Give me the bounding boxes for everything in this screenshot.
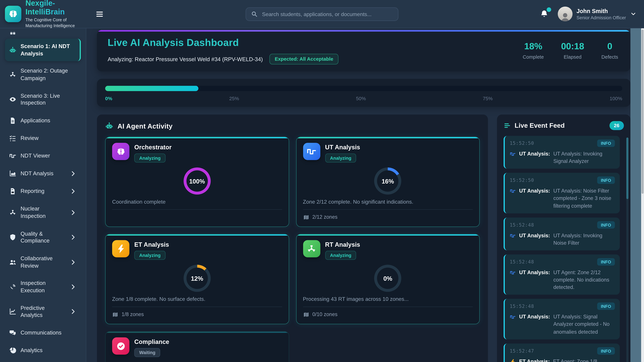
avatar (558, 6, 572, 21)
agent-card-orchestrator: Orchestrator Analyzing 100%Coordination … (105, 137, 289, 227)
agent-progress-ring: 100% (184, 167, 211, 195)
agent-zones: 1/8 zones (112, 307, 282, 318)
progress-tick: 75% (483, 96, 493, 101)
agent-description: Zone 1/8 complete. No surface defects. (112, 296, 282, 302)
feed-event[interactable]: 15:52:50 INFO UT Analysis: UT Analysis: … (504, 136, 620, 169)
sidebar-item-label: Communications (20, 329, 77, 336)
sidebar-item-ndt-viewer[interactable]: NDT Viewer (5, 148, 81, 164)
brand-tagline: The Cognitive Core of Manufacturing Inte… (26, 17, 81, 29)
agent-card-compliance: Compliance Waiting (105, 331, 289, 362)
sidebar-item-applications[interactable]: Applications (5, 113, 81, 129)
page-title: Live AI Analysis Dashboard (108, 37, 338, 48)
notifications-button[interactable] (539, 8, 550, 19)
dashboard-header-card: Live AI Analysis Dashboard Analyzing: Re… (97, 30, 630, 71)
feed-event[interactable]: 15:52:48 INFO UT Analysis: UT Analysis: … (504, 299, 620, 339)
feed-scrollbar[interactable] (626, 137, 628, 362)
agent-zones: 2/12 zones (303, 209, 473, 221)
sidebar-item-label: Analytics (20, 347, 77, 354)
sidebar-item-reporting[interactable]: Reporting (5, 184, 81, 199)
radiation-icon (9, 71, 16, 78)
sidebar-item-nuclear-inspection[interactable]: Nuclear Inspection (5, 201, 81, 224)
chevron-right-icon (70, 234, 77, 241)
sidebar-item-label: Collaborative Review (20, 255, 65, 270)
event-level-badge: INFO (597, 347, 615, 355)
agents-panel: AI Agent Activity Orchestrator Analyzing… (97, 114, 488, 362)
map-icon (303, 214, 309, 220)
page-scrollbar[interactable] (641, 28, 644, 362)
brand-name: Nexgile-IntelliBrain (26, 0, 81, 16)
waveform-icon (9, 152, 16, 160)
agent-card-ut-analysis: UT Analysis Analyzing 16%Zone 2/12 compl… (296, 137, 480, 227)
people-icon (9, 258, 16, 266)
robot-icon (9, 46, 16, 54)
brain-icon (112, 143, 130, 160)
agent-card-rt-analysis: RT Analysis Analyzing 0%Processing 43 RT… (296, 234, 480, 324)
radiation-icon (9, 209, 16, 216)
stat-value: 00:18 (561, 41, 584, 51)
feed-scrollbar-thumb[interactable] (626, 137, 628, 199)
event-level-badge: INFO (597, 140, 615, 147)
chevron-right-icon (70, 188, 77, 195)
sidebar-item-review[interactable]: Review (5, 131, 81, 146)
progress-tick: 50% (356, 96, 366, 101)
search-box[interactable] (246, 7, 398, 21)
sidebar-item-scenario-3-live-inspection[interactable]: Scenario 3: Live Inspection (5, 88, 81, 111)
event-timestamp: 15:52:50 (510, 140, 534, 146)
sidebar-item-predictive-analytics[interactable]: Predictive Analytics (5, 300, 81, 323)
sidebar-item-inspection-execution[interactable]: Inspection Execution (5, 276, 81, 298)
agent-progress-ring: 16% (374, 167, 402, 195)
radiation-icon (303, 240, 320, 257)
event-message: UT Analysis: Noise Filter completed - Zo… (553, 187, 615, 210)
brain-icon (8, 8, 18, 19)
feed-event[interactable]: 15:52:48 INFO UT Analysis: UT Agent: Zon… (504, 254, 620, 295)
checklist-icon (9, 135, 16, 142)
waveform-icon (510, 151, 516, 157)
search-input[interactable] (261, 10, 393, 17)
menu-icon (95, 10, 104, 18)
progress-tick: 100% (610, 96, 622, 101)
agent-description: Processing 43 RT images across 10 zones.… (303, 296, 473, 302)
sidebar-item-analytics[interactable]: Analytics (5, 343, 81, 358)
sidebar-item-partial[interactable] (5, 32, 81, 36)
waveform-icon (510, 314, 516, 320)
menu-toggle-button[interactable] (92, 6, 107, 21)
bolt-icon (510, 359, 516, 362)
event-message: ET Agent: Zone 1/8 analyzed. Surface con… (553, 358, 615, 362)
waveform-icon (510, 270, 516, 276)
zones-label: 2/12 zones (312, 214, 338, 220)
agent-name: Orchestrator (134, 144, 172, 151)
agent-status-badge: Analyzing (325, 251, 356, 260)
eye-icon (9, 96, 16, 103)
event-source: UT Analysis: (519, 269, 550, 276)
document-icon (9, 117, 16, 124)
brand: Nexgile-IntelliBrain The Cognitive Core … (0, 0, 86, 29)
brand-logo (5, 6, 21, 22)
sidebar-item-quality-compliance[interactable]: Quality & Compliance (5, 226, 81, 249)
user-role: Senior Admission Officer (576, 15, 626, 20)
agent-progress-value: 16% (374, 167, 402, 195)
sidebar-item-communications[interactable]: Communications (5, 325, 81, 341)
map-icon (303, 311, 309, 318)
sidebar-item-ndt-analysis[interactable]: NDT Analysis (5, 166, 81, 182)
feed-event[interactable]: 15:52:48 INFO UT Analysis: UT Analysis: … (504, 217, 620, 250)
chevron-down-icon (630, 11, 636, 17)
sidebar-item-scenario-1-ai-ndt-analysis[interactable]: Scenario 1: AI NDT Analysis (5, 38, 81, 61)
event-source: ET Analysis: (519, 358, 550, 362)
user-menu[interactable]: John Smith Senior Admission Officer (558, 6, 636, 21)
zones-label: 1/8 zones (122, 312, 144, 317)
agent-description: Coordination complete (112, 199, 282, 205)
sidebar-item-settings[interactable]: Settings (5, 360, 81, 362)
sidebar-item-scenario-2-outage-campaign[interactable]: Scenario 2: Outage Campaign (5, 63, 81, 86)
page-scrollbar-thumb[interactable] (642, 29, 644, 194)
sidebar-item-collaborative-review[interactable]: Collaborative Review (5, 251, 81, 274)
expected-badge: Expected: All Acceptable (269, 54, 338, 64)
event-source: UT Analysis: (519, 187, 550, 195)
person-icon (559, 11, 571, 21)
chat-icon (9, 329, 16, 337)
progress-tick: 25% (229, 96, 239, 101)
grid-icon (9, 32, 16, 36)
feed-event[interactable]: 15:52:50 INFO UT Analysis: UT Analysis: … (504, 173, 620, 213)
event-level-badge: INFO (597, 303, 615, 310)
feed-event[interactable]: 15:52:47 INFO ET Analysis: ET Agent: Zon… (504, 344, 620, 362)
chevron-right-icon (70, 170, 77, 177)
